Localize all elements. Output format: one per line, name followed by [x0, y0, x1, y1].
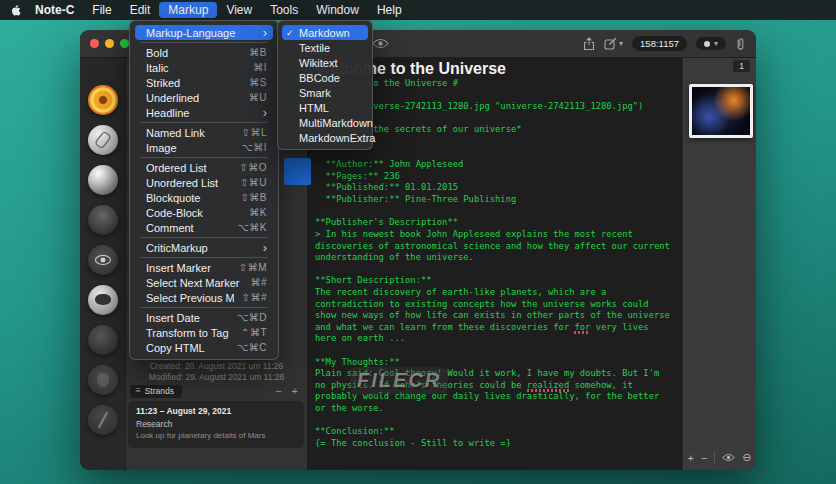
code-line [315, 345, 682, 357]
menu-item-select-next-marker[interactable]: Select Next Marker⌘# [135, 275, 273, 290]
menubar-item-file[interactable]: File [83, 2, 120, 18]
close-window-button[interactable] [90, 39, 99, 48]
desktop: ▾ 158:1157 ▾ Created: 20. August 2021 um… [0, 0, 836, 484]
spellcheck-underline [574, 331, 590, 334]
sun-icon[interactable] [88, 85, 118, 115]
strands-button[interactable]: ≡Strands [130, 385, 182, 398]
menu-item-copy-html[interactable]: Copy HTML⌥⌘C [135, 340, 273, 355]
code-line [315, 415, 682, 427]
share-icon[interactable] [583, 37, 595, 51]
note-card[interactable]: 11:23 – August 29, 2021 Research Look up… [128, 401, 304, 448]
note-title-label: Research [136, 419, 296, 429]
dot-icon [704, 41, 710, 47]
code-line: {= The conclusion - Still to write =} [315, 438, 682, 450]
checkmark-icon: ✓ [286, 28, 294, 38]
shortcut-label: ⌥⌘K [237, 222, 267, 233]
astronaut-icon[interactable] [88, 285, 118, 315]
submenu-item-wikitext[interactable]: Wikitext [282, 55, 368, 70]
preview-eye-icon[interactable] [722, 453, 735, 462]
submenu-item-bbcode[interactable]: BBCode [282, 70, 368, 85]
code-line: > In his newest book John Appleseed expl… [315, 229, 682, 241]
submenu-arrow-icon: › [263, 106, 267, 119]
eye-icon[interactable] [88, 245, 118, 275]
menu-item-bold[interactable]: Bold⌘B [135, 45, 273, 60]
menu-separator [140, 122, 268, 123]
menu-item-headline[interactable]: Headline› [135, 105, 273, 120]
menu-item-striked[interactable]: Striked⌘S [135, 75, 273, 90]
submenu-item-markdown[interactable]: ✓Markdown [282, 25, 368, 40]
attachments-controls: + − ⊖ [683, 451, 756, 464]
attachments-panel: 1 + − ⊖ [682, 58, 756, 470]
menubar-item-tools[interactable]: Tools [261, 2, 307, 18]
code-line: here on earth ... [315, 333, 682, 345]
menu-item-named-link[interactable]: Named Link⇧⌘L [135, 125, 273, 140]
image-attachment-block[interactable] [284, 158, 311, 185]
paperclip-icon[interactable] [88, 125, 118, 155]
add-note-button[interactable]: + [287, 386, 303, 397]
shortcut-label: ⌥⌘C [237, 342, 267, 353]
menubar-item-window[interactable]: Window [307, 2, 368, 18]
menu-item-markup-language[interactable]: Markup-Language› [135, 25, 273, 40]
menu-item-blockquote[interactable]: Blockquote⇧⌘B [135, 190, 273, 205]
apple-logo-icon[interactable] [10, 4, 21, 17]
submenu-item-html[interactable]: HTML [282, 100, 368, 115]
menubar-item-help[interactable]: Help [368, 2, 411, 18]
menu-item-unordered-list[interactable]: Unordered List⇧⌘U [135, 175, 273, 190]
code-line [315, 206, 682, 218]
mask-icon[interactable] [88, 365, 118, 395]
submenu-item-textile[interactable]: Textile [282, 40, 368, 55]
shortcut-label: ⇧⌘L [242, 127, 267, 138]
compose-icon [604, 37, 617, 50]
zoom-window-button[interactable] [120, 39, 129, 48]
menubar-app-name[interactable]: Note-C [26, 2, 83, 18]
submenu-arrow-icon: › [263, 241, 267, 254]
hide-panel-icon[interactable]: ⊖ [742, 451, 751, 464]
menu-item-select-previous-marker[interactable]: Select Previous Marker⇧⌘# [135, 290, 273, 305]
note-time: 11:23 – August 29, 2021 [136, 406, 296, 416]
minimize-window-button[interactable] [105, 39, 114, 48]
menu-item-italic[interactable]: Italic⌘I [135, 60, 273, 75]
submenu-item-multimarkdown[interactable]: MultiMarkdown [282, 115, 368, 130]
menu-separator [140, 307, 268, 308]
appearance-toggle[interactable]: ▾ [696, 37, 726, 50]
shortcut-label: ⌘B [249, 47, 267, 58]
menu-item-image[interactable]: Image⌥⌘I [135, 140, 273, 155]
compose-group[interactable]: ▾ [604, 37, 623, 50]
menu-item-ordered-list[interactable]: Ordered List⇧⌘O [135, 160, 273, 175]
code-line [315, 461, 682, 470]
menu-separator [140, 157, 268, 158]
attach-paperclip-icon[interactable] [735, 37, 746, 51]
stone-icon[interactable] [88, 325, 118, 355]
code-line: or the worse. [315, 403, 682, 415]
chevron-down-icon: ▾ [619, 39, 623, 48]
remove-note-button[interactable]: − [270, 386, 286, 397]
menu-item-transform-to-tag[interactable]: Transform to Tag⌃⌘T [135, 325, 273, 340]
shortcut-label: ⌘# [250, 277, 267, 288]
menu-item-underlined[interactable]: Underlined⌘U [135, 90, 273, 105]
notebook-sidebar [80, 58, 126, 470]
code-line [315, 264, 682, 276]
shortcut-label: ⇧⌘U [240, 177, 267, 188]
code-line [315, 450, 682, 462]
preview-eye-icon[interactable] [372, 38, 389, 49]
add-attachment-button[interactable]: + [687, 452, 693, 464]
menubar-item-edit[interactable]: Edit [121, 2, 160, 18]
code-line: **Publisher:** Pine-Three Publishing [315, 194, 682, 206]
shortcut-label: ⌘S [249, 77, 267, 88]
menu-item-comment[interactable]: Comment⌥⌘K [135, 220, 273, 235]
submenu-item-markdownextra[interactable]: MarkdownExtra [282, 130, 368, 145]
menu-item-criticmarkup[interactable]: CriticMarkup› [135, 240, 273, 255]
feather-icon[interactable] [88, 405, 118, 435]
remove-attachment-button[interactable]: − [701, 452, 707, 464]
menubar-item-view[interactable]: View [217, 2, 261, 18]
menubar-item-markup[interactable]: Markup [159, 2, 217, 18]
submenu-item-smark[interactable]: Smark [282, 85, 368, 100]
attachment-thumbnail[interactable] [689, 84, 753, 138]
menu-item-insert-marker[interactable]: Insert Marker⇧⌘M [135, 260, 273, 275]
disc-icon[interactable] [88, 205, 118, 235]
note-modified-label: Modified: 29. August 2021 um 11:26 [126, 372, 307, 382]
code-line: **Pages:** 236 [315, 171, 682, 183]
menu-item-code-block[interactable]: Code-Block⌘K [135, 205, 273, 220]
sphere-icon[interactable] [88, 165, 118, 195]
menu-item-insert-date[interactable]: Insert Date⌥⌘D [135, 310, 273, 325]
